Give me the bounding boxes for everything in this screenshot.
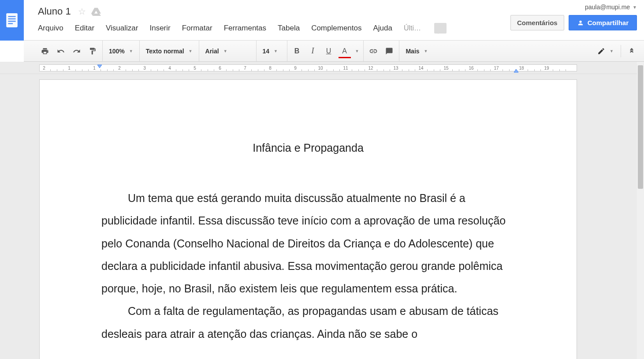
menu-visualizar[interactable]: Visualizar xyxy=(106,23,143,34)
collapse-toolbar-icon[interactable] xyxy=(628,47,635,56)
comments-button[interactable]: Comentários xyxy=(510,15,564,30)
docs-app-icon[interactable] xyxy=(0,0,24,41)
ruler-number: 9 xyxy=(294,66,297,71)
share-button-label: Compartilhar xyxy=(588,19,629,26)
tb-group-font: Arial▼ xyxy=(199,41,257,61)
ruler-number: 19 xyxy=(544,66,549,71)
paragraph-2[interactable]: Com a falta de regulamentação, as propag… xyxy=(101,300,515,345)
page[interactable]: Infância e Propaganda Um tema que está g… xyxy=(39,79,577,359)
tb-group-zoom: 100%▼ xyxy=(103,41,140,61)
menu-ajuda[interactable]: Ajuda xyxy=(373,23,397,34)
star-icon[interactable]: ☆ xyxy=(78,6,86,17)
insert-link-icon[interactable] xyxy=(368,46,379,56)
toolbar: 100%▼ Texto normal▼ Arial▼ 14▼ B I U A ▼… xyxy=(24,41,644,62)
ruler-number: 1 xyxy=(93,66,96,71)
ruler-number: 16 xyxy=(469,66,473,71)
menu-tabela[interactable]: Tabela xyxy=(278,23,305,34)
font-size-select[interactable]: 14▼ xyxy=(261,48,280,55)
divider xyxy=(621,45,621,57)
svg-rect-3 xyxy=(8,21,15,22)
ruler-number: 14 xyxy=(418,66,423,71)
ruler-number: 12 xyxy=(368,66,373,71)
tb-group-actions xyxy=(35,41,103,61)
paragraph-style-select[interactable]: Texto normal▼ xyxy=(144,48,194,55)
person-icon xyxy=(577,19,584,26)
svg-rect-4 xyxy=(8,23,13,24)
ruler-number: 2 xyxy=(118,66,121,71)
ruler-number: 17 xyxy=(494,66,499,71)
ruler-number: 3 xyxy=(143,66,146,71)
paragraph-1[interactable]: Um tema que está gerando muita discussão… xyxy=(101,187,515,300)
undo-icon[interactable] xyxy=(56,46,66,56)
ruler-number: 11 xyxy=(343,66,348,71)
svg-point-5 xyxy=(579,20,581,22)
share-button[interactable]: Compartilhar xyxy=(569,15,637,30)
svg-rect-1 xyxy=(8,16,15,17)
ruler-number: 5 xyxy=(194,66,196,71)
user-account[interactable]: paula@mupi.me ▼ xyxy=(585,4,637,11)
tb-group-format: B I U A ▼ xyxy=(287,41,364,61)
editing-mode-button[interactable]: ▼ xyxy=(597,47,614,55)
horizontal-ruler[interactable]: 2112345678910111213141516171819 xyxy=(39,64,577,71)
text-color-button[interactable]: A xyxy=(339,46,350,56)
left-indent-marker[interactable] xyxy=(97,64,102,71)
user-email-text: paula@mupi.me xyxy=(585,4,630,11)
svg-rect-0 xyxy=(6,13,18,27)
ruler-area: 2112345678910111213141516171819 xyxy=(0,62,644,74)
zoom-select[interactable]: 100%▼ xyxy=(107,48,135,55)
top-buttons: Comentários Compartilhar xyxy=(510,15,637,30)
comment-bubble-icon[interactable] xyxy=(434,23,447,34)
ruler-number: 8 xyxy=(269,66,272,71)
menu-editar[interactable]: Editar xyxy=(75,23,100,34)
more-select[interactable]: Mais▼ xyxy=(404,48,429,55)
ruler-number: 1 xyxy=(68,66,71,71)
ruler-number: 15 xyxy=(443,66,448,71)
underline-button[interactable]: U xyxy=(324,46,334,56)
redo-icon[interactable] xyxy=(71,46,82,56)
italic-button[interactable]: I xyxy=(308,46,318,56)
toolbar-right: ▼ xyxy=(597,41,635,62)
svg-rect-2 xyxy=(8,19,15,19)
ruler-number: 4 xyxy=(168,66,171,71)
insert-comment-icon[interactable] xyxy=(384,46,395,56)
paint-format-icon[interactable] xyxy=(87,46,98,56)
menu-arquivo[interactable]: Arquivo xyxy=(38,23,69,34)
tb-group-insert xyxy=(364,41,399,61)
move-to-drive-icon[interactable] xyxy=(91,7,101,16)
ruler-number: 10 xyxy=(318,66,323,71)
ruler-number: 6 xyxy=(219,66,221,71)
scroll-thumb[interactable] xyxy=(638,65,643,189)
color-caret-icon[interactable]: ▼ xyxy=(355,49,359,53)
vertical-scrollbar[interactable] xyxy=(637,62,644,359)
tb-group-size: 14▼ xyxy=(257,41,287,61)
tb-group-more: Mais▼ xyxy=(399,41,434,61)
caret-down-icon: ▼ xyxy=(633,5,637,10)
font-select[interactable]: Arial▼ xyxy=(204,48,229,55)
tb-group-style: Texto normal▼ xyxy=(140,41,199,61)
ruler-number: 18 xyxy=(519,66,524,71)
print-icon[interactable] xyxy=(40,46,50,56)
menu-inserir[interactable]: Inserir xyxy=(149,23,175,34)
document-heading[interactable]: Infância e Propaganda xyxy=(101,142,515,154)
document-canvas[interactable]: Infância e Propaganda Um tema que está g… xyxy=(0,74,637,359)
top-right-controls: paula@mupi.me ▼ Comentários Compartilhar xyxy=(510,4,637,30)
menu-complementos[interactable]: Complementos xyxy=(311,23,367,34)
menu-formatar[interactable]: Formatar xyxy=(182,23,218,34)
ruler-number: 7 xyxy=(244,66,246,71)
document-title[interactable]: Aluno 1 xyxy=(38,6,71,17)
menu-ferramentas[interactable]: Ferramentas xyxy=(224,23,272,34)
bold-button[interactable]: B xyxy=(292,46,302,56)
last-edit-text[interactable]: Últi… xyxy=(404,23,426,33)
ruler-number: 13 xyxy=(393,66,398,71)
pencil-icon xyxy=(597,47,605,55)
caret-down-icon: ▼ xyxy=(610,49,614,53)
ruler-number: 2 xyxy=(43,66,45,71)
